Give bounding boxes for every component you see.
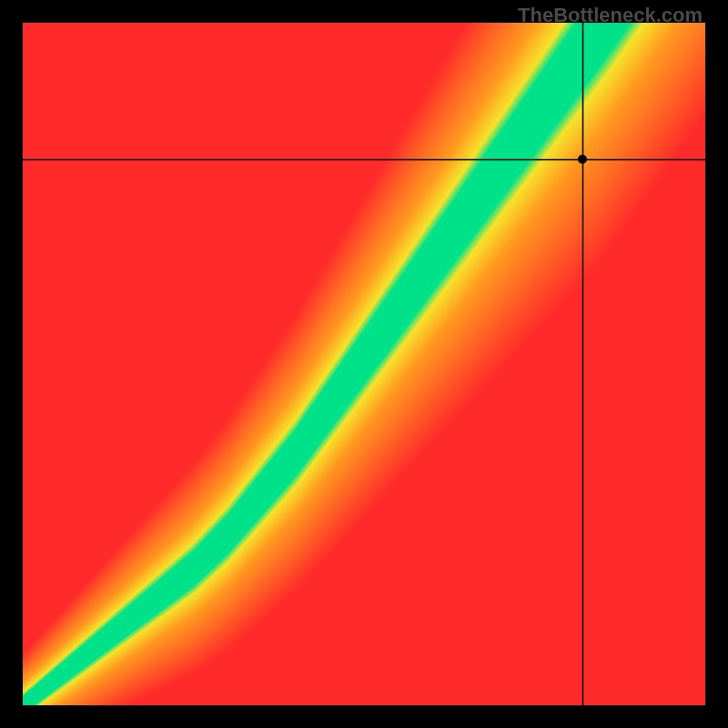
watermark-text: TheBottleneck.com bbox=[518, 4, 703, 27]
chart-container: TheBottleneck.com bbox=[0, 0, 728, 728]
bottleneck-heatmap bbox=[0, 0, 728, 728]
